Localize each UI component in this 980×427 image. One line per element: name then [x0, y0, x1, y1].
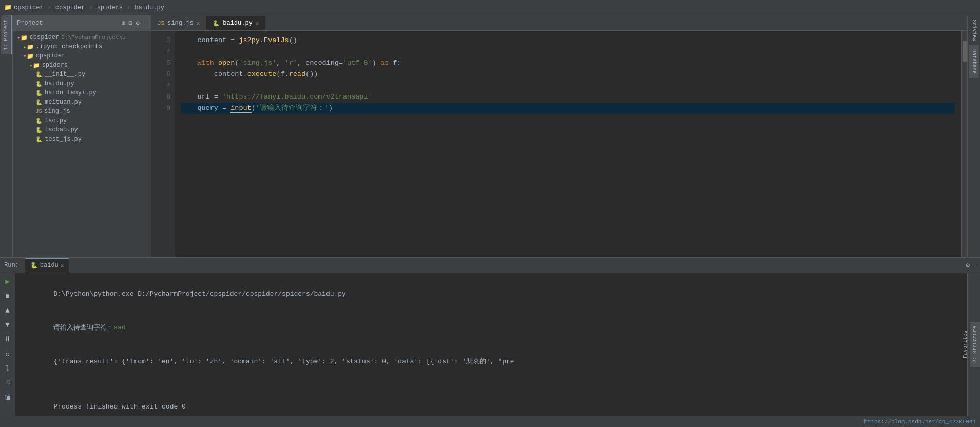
console-cmd-line: D:\Python\python.exe D:/PycharmProject/c… — [22, 277, 961, 311]
main-area: 1: Project Project ⊕ ⊟ ⚙ — ▾📁 cpspider D… — [0, 15, 980, 257]
code-line-8: url = 'https://fanyi.baidu.com/v2transap… — [181, 91, 955, 103]
scroll-up-button[interactable]: ▲ — [4, 305, 10, 316]
tab-singjs[interactable]: JS sing.js ✕ — [151, 16, 206, 30]
editor-area: JS sing.js ✕ 🐍 baidu.py ✕ 3 4 5 6 7 8 9 — [151, 15, 967, 257]
py-icon-baidu: 🐍 — [35, 81, 43, 87]
settings-icon[interactable]: ⚙ — [136, 19, 140, 27]
tabs-bar: JS sing.js ✕ 🐍 baidu.py ✕ — [151, 15, 967, 31]
console-area[interactable]: D:\Python\python.exe D:/PycharmProject/c… — [15, 273, 967, 416]
folder-icon-spiders: ▾📁 — [29, 62, 40, 69]
tree-item-singjs[interactable]: JS sing.js — [13, 107, 151, 116]
py-icon-testjs: 🐍 — [35, 136, 43, 143]
hide-icon[interactable]: — — [143, 19, 147, 27]
py-icon-tao: 🐍 — [35, 118, 43, 124]
project-panel: Project ⊕ ⊟ ⚙ — ▾📁 cpspider D:\PycharmPr… — [13, 15, 151, 257]
bottom-content-area: ▶ ■ ▲ ▼ ⏸ ↻ ⤵ 🖨 🗑 D:\Python\python.exe D… — [0, 273, 980, 416]
py-icon-taobao: 🐍 — [35, 127, 43, 133]
console-finish-line: Process finished with exit code 0 — [22, 390, 961, 416]
tree-item-init[interactable]: 🐍 __init__.py — [13, 70, 151, 79]
tree-item-baidu-fanyi[interactable]: 🐍 baidu_fanyi.py — [13, 88, 151, 98]
status-url: https://blog.csdn.net/qq_42306041 — [864, 419, 976, 425]
title-bar: 📁 cpspider › cpspider › spiders › baidu.… — [0, 0, 980, 15]
tree-item-testjs[interactable]: 🐍 test_js.py — [13, 134, 151, 144]
code-line-6: content.execute(f.read()) — [181, 69, 955, 80]
right-tab-database[interactable]: Database — [969, 45, 979, 78]
print-button[interactable]: 🖨 — [3, 378, 12, 388]
line-num-4: 4 — [151, 46, 175, 57]
code-content[interactable]: content = js2py.EvalJs() with open('sing… — [175, 31, 961, 257]
code-line-4 — [181, 46, 955, 57]
wrap-button[interactable]: ⤵ — [5, 363, 10, 374]
right-side-tabs: SciView Database — [967, 15, 980, 257]
console-empty-line — [22, 379, 961, 390]
scroll-down-button[interactable]: ▼ — [4, 320, 10, 330]
line-num-5: 5 — [151, 57, 175, 69]
folder-open-icon: ▾📁 — [17, 34, 28, 41]
project-tree: ▾📁 cpspider D:\PycharmProject\c ▸📁 .ipyn… — [13, 31, 151, 257]
pause-button[interactable]: ⏸ — [3, 334, 12, 344]
folder-icon-ipynb: ▸📁 — [23, 44, 34, 50]
line-numbers: 3 4 5 6 7 8 9 — [151, 31, 175, 257]
tree-item-cpspider[interactable]: ▾📁 cpspider — [13, 51, 151, 61]
code-line-3: content = js2py.EvalJs() — [181, 35, 955, 46]
bottom-panel: Run: 🐍 baidu ✕ ⚙ — ▶ ■ ▲ ▼ ⏸ ↻ ⤵ 🖨 🗑 D:\… — [0, 257, 980, 416]
run-tab-close[interactable]: ✕ — [61, 262, 64, 269]
singjs-tab-close[interactable]: ✕ — [197, 20, 200, 27]
collapse-icon[interactable]: ⊟ — [129, 19, 133, 27]
folder-icon-cpspider: ▾📁 — [23, 53, 34, 60]
status-bar: https://blog.csdn.net/qq_42306041 — [0, 416, 980, 427]
tree-item-meituan[interactable]: 🐍 meituan.py — [13, 98, 151, 107]
left-sidebar-tabs: 1: Project — [0, 15, 13, 257]
tree-item-spiders[interactable]: ▾📁 spiders — [13, 61, 151, 70]
bottom-tab-favorites[interactable]: Favorites — [960, 326, 970, 362]
tab-baidupy[interactable]: 🐍 baidu.py ✕ — [206, 16, 265, 30]
py-icon-baidufanyi: 🐍 — [35, 90, 43, 96]
stop-button[interactable]: ■ — [4, 291, 10, 301]
py-icon-meituan: 🐍 — [35, 99, 43, 106]
line-num-8: 8 — [151, 91, 175, 103]
console-prompt-line: 请输入待查询字符：sad — [22, 311, 961, 345]
project-header-icons: ⊕ ⊟ ⚙ — — [122, 19, 147, 27]
singjs-tab-icon: JS — [158, 20, 164, 26]
console-result-line: {'trans_result': {'from': 'en', 'to': 'z… — [22, 345, 961, 379]
bottom-tab-structure[interactable]: 2: Structure — [970, 322, 980, 367]
tree-item-tao[interactable]: 🐍 tao.py — [13, 116, 151, 125]
code-line-5: with open('sing.js', 'r', encoding='utf-… — [181, 57, 955, 69]
tree-item-baidu-py[interactable]: 🐍 baidu.py — [13, 79, 151, 88]
line-num-9: 9 — [151, 103, 175, 114]
run-settings-icon[interactable]: ⚙ — [966, 261, 970, 269]
code-line-9: query = input('请输入待查询字符：') — [181, 103, 955, 114]
tree-root[interactable]: ▾📁 cpspider D:\PycharmProject\c — [13, 33, 151, 42]
line-num-6: 6 — [151, 69, 175, 80]
bottom-left-tools: ▶ ■ ▲ ▼ ⏸ ↻ ⤵ 🖨 🗑 — [0, 273, 15, 416]
project-header-title: Project — [17, 20, 119, 27]
title-crumb-1: 📁 cpspider — [4, 4, 44, 11]
sidebar-item-project[interactable]: 1: Project — [1, 15, 12, 54]
title-crumb-3: spiders — [97, 4, 123, 11]
clear-button[interactable]: 🗑 — [3, 392, 12, 402]
line-num-3: 3 — [151, 35, 175, 46]
run-tab-baidu[interactable]: 🐍 baidu ✕ — [25, 258, 69, 273]
run-button[interactable]: ▶ — [4, 276, 10, 287]
run-minimize-icon[interactable]: — — [972, 261, 976, 269]
py-icon-init: 🐍 — [35, 71, 43, 78]
editor-scrollbar[interactable] — [961, 31, 967, 257]
tree-item-taobao[interactable]: 🐍 taobao.py — [13, 125, 151, 134]
js-icon-sing: JS — [35, 108, 42, 114]
right-tab-sciview[interactable]: SciView — [969, 15, 979, 45]
baidupy-tab-icon: 🐍 — [213, 20, 220, 27]
baidupy-tab-close[interactable]: ✕ — [256, 20, 259, 27]
rerun-button[interactable]: ↻ — [4, 348, 10, 359]
tree-item-ipynb[interactable]: ▸📁 .ipynb_checkpoints — [13, 42, 151, 51]
locate-icon[interactable]: ⊕ — [122, 19, 126, 27]
title-crumb-4: baidu.py — [134, 4, 164, 11]
code-line-7 — [181, 80, 955, 91]
run-label: Run: — [4, 262, 19, 269]
folder-icon-small: 📁 — [4, 4, 12, 11]
code-editor[interactable]: 3 4 5 6 7 8 9 content = js2py.EvalJs() w… — [151, 31, 967, 257]
title-crumb-2: cpspider — [55, 4, 85, 11]
console-input-value: sad — [113, 324, 125, 332]
line-num-7: 7 — [151, 80, 175, 91]
scrollbar-thumb[interactable] — [963, 41, 967, 62]
project-header: Project ⊕ ⊟ ⚙ — — [13, 15, 151, 31]
